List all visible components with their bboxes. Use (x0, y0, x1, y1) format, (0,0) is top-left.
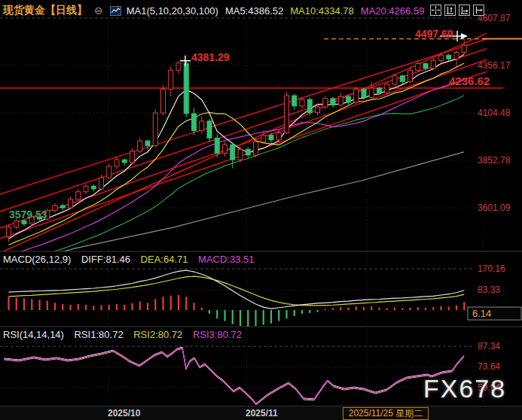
candle[interactable] (200, 121, 204, 131)
candle[interactable] (76, 192, 81, 199)
chart-price-label: 4236.62 (449, 75, 490, 87)
candle[interactable] (22, 221, 26, 224)
candle[interactable] (276, 132, 281, 140)
candle[interactable] (462, 45, 466, 52)
candle[interactable] (99, 178, 104, 189)
price-axis-label: 3601.09 (478, 202, 511, 213)
price-axis-label: 4356.17 (478, 60, 511, 71)
candle[interactable] (331, 99, 335, 105)
candle[interactable] (14, 221, 19, 227)
rsi-panel-header: RSI(14,14,14) RSI1:80.72 RSI2:80.72 RSI3… (3, 329, 249, 340)
price-axis-label: 3852.78 (478, 155, 511, 166)
rsi-axis-label: 73.64 (478, 361, 500, 372)
candle[interactable] (238, 149, 243, 160)
candle[interactable] (377, 88, 382, 93)
candle[interactable] (107, 166, 111, 178)
candle[interactable] (285, 96, 289, 132)
candle[interactable] (84, 186, 88, 192)
ma10-value: MA10:4334.78 (290, 5, 354, 17)
candle[interactable] (230, 145, 235, 160)
candle[interactable] (423, 64, 428, 68)
candle[interactable] (60, 205, 65, 208)
candle[interactable] (192, 114, 197, 131)
candle[interactable] (223, 145, 227, 153)
candle[interactable] (439, 55, 444, 60)
candle[interactable] (323, 99, 328, 107)
shift-right-icon[interactable] (473, 5, 484, 16)
candle[interactable] (91, 186, 96, 189)
rsi1-value: RSI1:80.72 (75, 329, 124, 340)
rsi-axis-label: 87.34 (478, 341, 500, 352)
chart-price-label: 4381.29 (191, 51, 230, 63)
candle[interactable] (447, 55, 451, 59)
candle[interactable] (392, 76, 397, 84)
candle[interactable] (138, 141, 142, 151)
candle[interactable] (307, 99, 312, 113)
ma20-line (9, 80, 465, 256)
candle[interactable] (69, 199, 73, 208)
candle[interactable] (114, 160, 119, 166)
macd-axis-label: 170.16 (478, 263, 505, 274)
candle[interactable] (300, 99, 304, 106)
pan-tool-icon[interactable] (430, 5, 441, 16)
rsi3-line (4, 348, 464, 404)
rsi2-line (4, 348, 464, 405)
macd-diff-value: DIFF:81.46 (81, 254, 130, 265)
ma-lines (0, 54, 464, 268)
candle[interactable] (53, 205, 57, 211)
candle[interactable] (338, 96, 343, 105)
rsi3-value: RSI3:80.72 (193, 329, 242, 340)
candle[interactable] (207, 121, 212, 138)
chart-header: 现货黄金【日线】 ⊖ MA1(5,10,20,30,100) MA5:4386.… (3, 3, 431, 18)
scale-x-axis-icon[interactable] (459, 5, 470, 16)
rsi-title: RSI(14,14,14) (3, 329, 64, 340)
price-axis-label: 4104.48 (478, 108, 511, 118)
candle[interactable] (161, 89, 166, 113)
rsi2-value: RSI2:80.72 (133, 329, 182, 340)
candle[interactable] (169, 70, 173, 89)
symbol-title: 现货黄金【日线】 (3, 4, 87, 17)
candle[interactable] (454, 53, 459, 59)
macd-panel: 170.1683.33-3.506.14 (0, 263, 521, 320)
candle[interactable] (130, 151, 135, 163)
chart-price-label: 3579.53 (9, 208, 47, 221)
candle[interactable] (176, 63, 181, 71)
ma5-value: MA5:4386.52 (225, 5, 283, 17)
candle[interactable] (215, 138, 219, 153)
candle[interactable] (292, 96, 297, 106)
macd-title: MACD(26,12,9) (3, 254, 71, 265)
macd-macd-value: MACD:33.51 (198, 254, 254, 265)
candle[interactable] (122, 160, 127, 163)
candle[interactable] (7, 227, 11, 237)
ma20-value: MA20:4266.59 (361, 5, 425, 17)
candle[interactable] (269, 135, 273, 140)
collapse-icon[interactable]: ⊖ (94, 5, 103, 17)
candle[interactable] (246, 149, 250, 155)
vertical-gridlines (108, 21, 483, 405)
candle[interactable] (385, 84, 389, 93)
chart-type-icon[interactable] (110, 6, 121, 16)
rsi1-line (4, 347, 464, 403)
candle[interactable] (400, 76, 404, 82)
candle[interactable] (431, 60, 435, 68)
candle[interactable] (416, 64, 420, 71)
candle[interactable] (145, 141, 150, 145)
candle[interactable] (408, 70, 413, 81)
candle[interactable] (369, 88, 374, 98)
candle[interactable] (346, 96, 351, 102)
chart-canvas[interactable]: 4607.874356.174104.483852.783601.094497.… (0, 0, 522, 420)
chart-toolbar (430, 5, 484, 16)
macd-diff-line (9, 270, 465, 309)
candle[interactable] (316, 107, 320, 113)
candle[interactable] (254, 142, 258, 155)
candle[interactable] (184, 64, 188, 114)
macd-marker-value: 6.14 (472, 308, 491, 319)
candle[interactable] (153, 113, 157, 145)
macd-histogram (9, 295, 465, 327)
candle[interactable] (362, 89, 366, 97)
candle[interactable] (261, 135, 266, 142)
candle[interactable] (354, 89, 359, 102)
scale-y-axis-icon[interactable] (444, 5, 456, 16)
chart-price-label: 4497.69 (415, 28, 453, 40)
time-axis-bar[interactable]: 2025/10 2025/11 2025/11/25 星期二 (0, 406, 522, 420)
